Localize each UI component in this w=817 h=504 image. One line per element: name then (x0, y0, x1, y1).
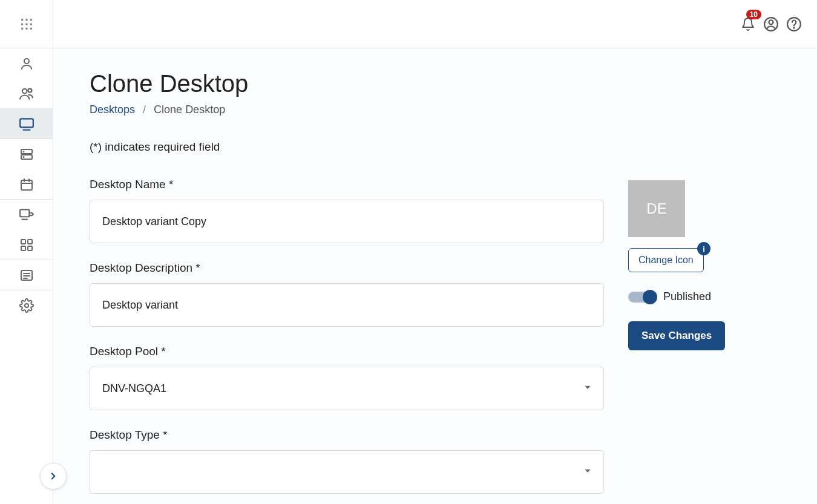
svg-point-20 (23, 156, 24, 157)
save-changes-button[interactable]: Save Changes (628, 321, 725, 350)
desktop-pool-select[interactable] (90, 367, 604, 410)
svg-rect-24 (28, 240, 32, 244)
app-header: 10 (0, 0, 817, 48)
svg-point-14 (22, 88, 27, 93)
sidebar-item-apps[interactable] (0, 230, 53, 260)
desktop-type-label: Desktop Type * (90, 428, 604, 442)
sidebar-item-list[interactable] (0, 260, 53, 290)
svg-point-7 (25, 27, 28, 30)
svg-point-15 (28, 88, 31, 92)
account-button[interactable] (763, 16, 779, 33)
change-icon-button[interactable]: Change Icon (628, 248, 704, 272)
sidebar-item-user[interactable] (0, 48, 53, 79)
sidebar-item-pool[interactable] (0, 200, 53, 230)
expand-sidebar-button[interactable] (40, 463, 67, 489)
svg-rect-26 (28, 246, 32, 250)
sidebar-item-calendar[interactable] (0, 169, 53, 200)
desktop-description-label: Desktop Description * (90, 261, 604, 275)
svg-point-8 (30, 27, 32, 30)
svg-rect-23 (21, 240, 25, 244)
sidebar-nav (0, 48, 53, 504)
desktop-avatar: DE (628, 180, 685, 237)
sidebar-item-users[interactable] (0, 79, 53, 109)
desktop-pool-label: Desktop Pool * (90, 345, 604, 358)
svg-rect-16 (20, 119, 33, 127)
breadcrumb-separator: / (143, 103, 146, 116)
notifications-button[interactable]: 10 (740, 16, 756, 33)
breadcrumb: Desktops / Clone Desktop (90, 103, 781, 116)
main-content: Clone Desktop Desktops / Clone Desktop (… (53, 48, 817, 504)
help-button[interactable] (786, 16, 802, 33)
form-column: Desktop Name * Desktop Description * Des… (90, 178, 604, 504)
svg-point-5 (30, 23, 32, 25)
svg-point-28 (25, 304, 28, 307)
apps-grid-icon[interactable] (18, 16, 35, 33)
published-label: Published (663, 290, 711, 303)
svg-point-3 (21, 23, 23, 25)
svg-rect-22 (20, 209, 29, 217)
header-logo-area (0, 0, 53, 48)
published-toggle[interactable] (628, 292, 655, 303)
desktop-name-input[interactable] (90, 200, 604, 243)
svg-rect-21 (21, 180, 32, 190)
sidebar-item-settings[interactable] (0, 290, 53, 321)
side-panel: DE Change Icon i Published Save Changes (628, 178, 749, 504)
desktop-name-label: Desktop Name * (90, 178, 604, 191)
info-icon[interactable]: i (697, 242, 710, 255)
notifications-badge: 10 (746, 10, 761, 19)
breadcrumb-current: Clone Desktop (154, 103, 225, 116)
svg-point-12 (793, 27, 794, 28)
svg-point-6 (21, 27, 23, 30)
svg-point-4 (25, 23, 28, 25)
svg-point-2 (30, 18, 32, 21)
svg-rect-25 (21, 246, 25, 250)
page-title: Clone Desktop (90, 70, 781, 97)
svg-point-1 (25, 18, 28, 21)
svg-point-19 (23, 151, 24, 151)
svg-point-10 (769, 20, 773, 24)
breadcrumb-root-link[interactable]: Desktops (90, 103, 135, 116)
required-note: (*) indicates required field (90, 140, 781, 154)
desktop-type-select[interactable] (90, 450, 604, 494)
svg-point-13 (24, 59, 29, 64)
sidebar-item-servers[interactable] (0, 139, 53, 169)
desktop-description-input[interactable] (90, 283, 604, 327)
svg-point-0 (21, 18, 23, 21)
sidebar-item-desktops[interactable] (0, 109, 53, 139)
header-actions: 10 (740, 16, 802, 33)
